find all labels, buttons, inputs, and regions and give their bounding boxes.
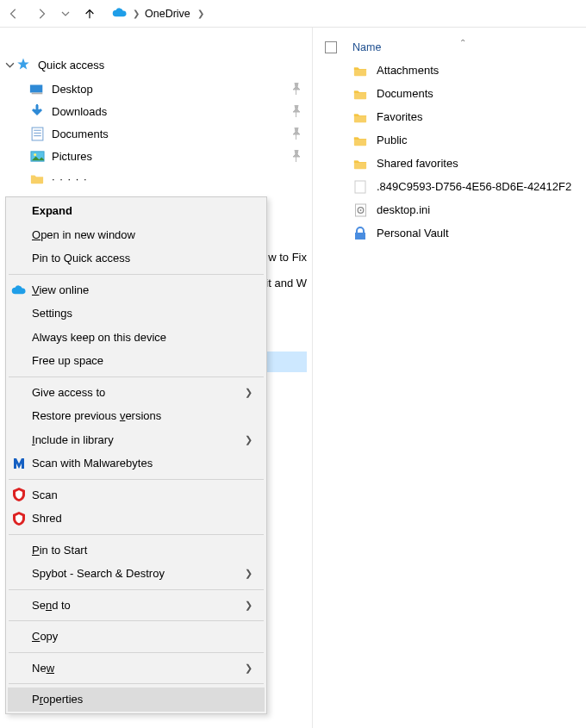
file-row[interactable]: Shared favorites <box>313 152 586 175</box>
sidebar-item-desktop[interactable]: Desktop <box>3 78 312 100</box>
quick-access-header[interactable]: Quick access <box>3 53 312 76</box>
svg-point-8 <box>34 153 36 156</box>
context-menu-item[interactable]: Expand <box>8 199 265 223</box>
context-menu-item-label: Spybot - Search & Destroy <box>32 567 165 580</box>
context-menu-item-label: Properties <box>32 693 83 706</box>
cloud-icon <box>11 282 27 297</box>
context-menu-item[interactable]: Scan <box>8 483 265 507</box>
context-menu-item[interactable]: Pin to Quick access <box>8 246 265 271</box>
context-menu-item-label: Pin to Start <box>32 544 87 557</box>
context-menu-separator <box>9 683 264 684</box>
context-menu-item[interactable]: Shred <box>8 507 265 531</box>
breadcrumb-label[interactable]: OneDrive <box>145 8 190 20</box>
back-button[interactable] <box>5 5 22 22</box>
sidebar-item-downloads[interactable]: Downloads <box>3 100 312 122</box>
context-menu-item[interactable]: Restore previous versions <box>8 404 265 428</box>
context-menu-item[interactable]: Open in new window <box>8 223 265 247</box>
context-menu-item-label: New <box>32 662 54 675</box>
context-menu-item-label: Expand <box>32 204 72 217</box>
context-menu-item-label: Pin to Quick access <box>32 252 130 264</box>
sidebar-item-pictures[interactable]: Pictures <box>3 145 312 167</box>
sidebar-item-icon <box>29 126 45 141</box>
pin-icon <box>281 150 312 162</box>
pin-icon <box>281 83 312 95</box>
file-name: desktop.ini <box>377 203 430 216</box>
context-menu-item[interactable]: Settings <box>8 302 265 326</box>
sidebar-item-obscured-tail[interactable]: it and W <box>265 272 307 293</box>
context-menu-item[interactable]: New❯ <box>8 656 265 681</box>
context-menu-separator <box>9 376 264 377</box>
context-menu-item[interactable]: Properties <box>8 688 265 712</box>
file-row[interactable]: Personal Vault <box>313 221 586 245</box>
file-row[interactable]: .849C9593-D756-4E56-8D6E-42412F2 <box>313 175 586 198</box>
quick-access-star-icon <box>16 57 31 72</box>
sidebar-item-label: Documents <box>52 128 281 140</box>
file-row[interactable]: Attachments <box>313 59 586 82</box>
context-menu-item[interactable]: Always keep on this device <box>8 326 265 350</box>
chevron-down-icon[interactable] <box>3 59 16 71</box>
file-name: .849C9593-D756-4E56-8D6E-42412F2 <box>377 180 571 193</box>
sidebar-item-documents[interactable]: Documents <box>3 122 312 145</box>
context-menu-item-label: View online <box>32 283 89 296</box>
context-menu-item[interactable]: Spybot - Search & Destroy❯ <box>8 562 265 586</box>
context-menu-separator <box>9 479 264 480</box>
mcafee-icon <box>11 487 27 502</box>
context-menu-item[interactable]: Copy <box>8 625 265 649</box>
context-menu-item[interactable]: Pin to Start <box>8 538 265 563</box>
context-menu-item[interactable]: Include in library❯ <box>8 428 265 452</box>
file-icon <box>352 179 368 195</box>
file-list-panel[interactable]: Name ⌃ AttachmentsDocumentsFavoritesPubl… <box>313 28 586 728</box>
context-menu-item-label: Scan <box>32 488 58 501</box>
context-menu-item[interactable]: Free up space <box>8 349 265 373</box>
ini-icon <box>352 202 368 218</box>
chevron-right-icon: ❯ <box>245 387 252 398</box>
file-name: Documents <box>377 87 433 100</box>
mwb-icon <box>11 456 27 471</box>
context-menu-separator <box>9 274 264 275</box>
breadcrumb[interactable]: ❯ OneDrive ❯ <box>109 3 209 24</box>
sidebar-item-label: Desktop <box>52 83 281 96</box>
column-header-row[interactable]: Name ⌃ <box>313 36 586 59</box>
file-row[interactable]: Favorites <box>313 105 586 128</box>
name-column-header[interactable]: Name <box>352 41 381 53</box>
selected-tree-item-obscured[interactable] <box>261 352 307 372</box>
context-menu-item[interactable]: View online <box>8 278 265 302</box>
context-menu-separator <box>9 652 264 653</box>
sidebar-item-icon <box>29 81 45 96</box>
file-row[interactable]: Public <box>313 128 586 152</box>
context-menu-item[interactable]: Scan with Malwarebytes <box>8 451 265 476</box>
sidebar-item-label: Pictures <box>52 150 281 163</box>
svg-rect-2 <box>36 104 38 110</box>
file-name: Personal Vault <box>377 227 449 240</box>
context-menu-item-label: Open in new window <box>32 228 135 241</box>
chevron-right-icon: ❯ <box>131 9 141 18</box>
svg-rect-0 <box>30 85 42 93</box>
file-row[interactable]: desktop.ini <box>313 198 586 221</box>
chevron-right-icon: ❯ <box>245 434 252 445</box>
context-menu-item-label: Always keep on this device <box>32 331 166 344</box>
svg-rect-3 <box>32 128 43 140</box>
svg-point-12 <box>359 209 361 211</box>
file-name: Shared favorites <box>377 157 458 170</box>
recent-dropdown[interactable] <box>60 5 71 22</box>
svg-rect-9 <box>355 181 365 193</box>
address-bar: ❯ OneDrive ❯ <box>0 0 586 28</box>
up-button[interactable] <box>81 5 98 22</box>
folder-icon <box>352 156 368 171</box>
folder-icon <box>352 63 368 78</box>
vault-icon <box>352 226 368 241</box>
context-menu-separator <box>9 534 264 535</box>
select-all-checkbox[interactable] <box>325 41 337 53</box>
sidebar-item-obscured[interactable]: · · · · · <box>3 167 312 190</box>
sidebar-item-obscured-tail[interactable]: w to Fix <box>268 246 307 267</box>
forward-button[interactable] <box>33 5 50 22</box>
context-menu-item[interactable]: Send to❯ <box>8 594 265 618</box>
context-menu-item-label: Free up space <box>32 354 103 367</box>
context-menu-separator <box>9 620 264 621</box>
chevron-right-icon[interactable]: ❯ <box>196 9 206 18</box>
sidebar-item-label: Downloads <box>52 105 281 118</box>
context-menu-separator <box>9 589 264 590</box>
context-menu-item[interactable]: Give access to❯ <box>8 381 265 405</box>
file-row[interactable]: Documents <box>313 82 586 105</box>
mcafee-icon <box>11 511 27 526</box>
